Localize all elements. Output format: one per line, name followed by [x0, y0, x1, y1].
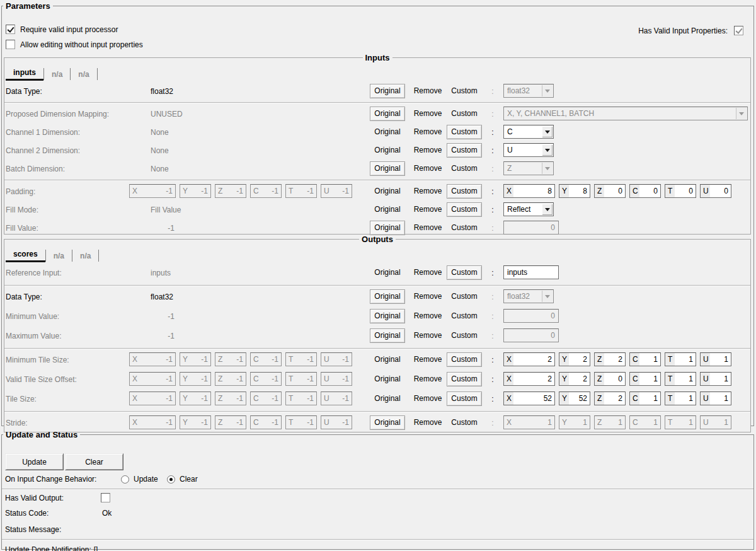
batch-dimension-original-toggle[interactable]: Original — [370, 161, 405, 176]
fill-mode-remove-toggle[interactable]: Remove — [410, 202, 445, 217]
fill-value-original-toggle[interactable]: Original — [370, 221, 405, 235]
padding-original-toggle[interactable]: Original — [370, 184, 405, 199]
output-data-type-custom-toggle[interactable]: Custom — [447, 289, 482, 304]
minimum-tile-size-custom-toggle[interactable]: Custom — [447, 352, 482, 367]
update-done-value: [] — [94, 545, 98, 551]
tile-size-dim-z[interactable]: Z2 — [594, 392, 626, 405]
valid-tile-size-offset-remove-toggle[interactable]: Remove — [410, 372, 445, 386]
channel-2-dimension-custom-toggle[interactable]: Custom — [447, 143, 482, 158]
tab-inputs[interactable]: inputs — [6, 66, 43, 81]
padding-dim-u[interactable]: U0 — [700, 184, 731, 198]
stride-remove-toggle[interactable]: Remove — [410, 415, 445, 430]
valid-tile-size-offset-dim-t[interactable]: T1 — [665, 372, 696, 386]
padding-custom-toggle[interactable]: Custom — [447, 184, 482, 199]
data-type-remove-toggle[interactable]: Remove — [410, 84, 445, 98]
fill-value-custom-toggle[interactable]: Custom — [447, 221, 482, 235]
padding-dim-x[interactable]: X8 — [503, 184, 555, 198]
channel-2-dimension-remove-toggle[interactable]: Remove — [410, 143, 445, 158]
reference-input-field[interactable]: inputs — [503, 265, 559, 279]
channel-2-dimension-original-toggle[interactable]: Original — [370, 143, 405, 158]
minimum-tile-size-dim-y[interactable]: Y2 — [559, 352, 590, 366]
proposed-dimension-mapping-original-toggle[interactable]: Original — [370, 107, 405, 121]
valid-tile-size-offset-dim-c[interactable]: C1 — [629, 372, 661, 386]
tile-size-original-toggle[interactable]: Original — [370, 392, 405, 406]
tile-size-action-toggles: OriginalRemoveCustom — [370, 392, 482, 406]
valid-tile-size-offset-dim-y[interactable]: Y2 — [559, 372, 590, 386]
batch-dimension-remove-toggle[interactable]: Remove — [410, 161, 445, 176]
minimum-tile-size-original-toggle[interactable]: Original — [370, 352, 405, 367]
reference-input-current-value: inputs — [151, 269, 171, 277]
padding-dim-c[interactable]: C0 — [629, 184, 661, 198]
radio-clear[interactable] — [167, 475, 175, 484]
minimum-tile-size-dim-c[interactable]: C1 — [629, 352, 661, 366]
fill-value-remove-toggle[interactable]: Remove — [410, 221, 445, 235]
maximum-value-original-toggle[interactable]: Original — [370, 328, 405, 343]
allow-editing-checkbox[interactable] — [6, 40, 15, 49]
tab-na-2[interactable]: n/a — [72, 249, 98, 262]
dim-value: 2 — [583, 355, 587, 364]
tile-size-dim-c[interactable]: C1 — [629, 392, 661, 405]
valid-tile-size-offset-current-dim-t: T-1 — [285, 372, 317, 386]
minimum-tile-size-dim-x[interactable]: X2 — [503, 352, 555, 366]
tab-na-1[interactable]: n/a — [44, 67, 70, 81]
maximum-value-remove-toggle[interactable]: Remove — [410, 328, 445, 343]
dropdown-value: float32 — [504, 290, 541, 303]
require-valid-checkbox[interactable] — [6, 25, 15, 34]
dim-letter: U — [324, 355, 329, 364]
minimum-tile-size-dim-u[interactable]: U1 — [700, 352, 731, 366]
proposed-dimension-mapping-custom-toggle[interactable]: Custom — [447, 107, 482, 121]
minimum-value-original-toggle[interactable]: Original — [370, 309, 405, 323]
tile-size-dim-t[interactable]: T1 — [665, 392, 696, 405]
valid-tile-size-offset-current-dim-fields: X-1Y-1Z-1C-1T-1U-1 — [129, 372, 352, 386]
output-data-type-remove-toggle[interactable]: Remove — [410, 289, 445, 304]
fill-mode-original-toggle[interactable]: Original — [370, 202, 405, 217]
maximum-value-custom-toggle[interactable]: Custom — [447, 328, 482, 343]
padding-dim-t[interactable]: T0 — [665, 184, 696, 198]
padding-dim-y[interactable]: Y8 — [559, 184, 590, 198]
clear-button[interactable]: Clear — [65, 453, 123, 470]
channel-1-dimension-remove-toggle[interactable]: Remove — [410, 125, 445, 139]
fill-mode-dropdown[interactable]: Reflect — [503, 202, 554, 216]
reference-input-custom-toggle[interactable]: Custom — [447, 265, 482, 280]
tile-size-dim-x[interactable]: X52 — [503, 392, 555, 405]
padding-remove-toggle[interactable]: Remove — [410, 184, 445, 199]
radio-update[interactable] — [121, 475, 129, 484]
update-button[interactable]: Update — [5, 453, 64, 470]
tile-size-remove-toggle[interactable]: Remove — [410, 392, 445, 406]
batch-dimension-custom-toggle[interactable]: Custom — [447, 161, 482, 176]
fill-mode-custom-toggle[interactable]: Custom — [447, 202, 482, 217]
tile-size-custom-toggle[interactable]: Custom — [447, 392, 482, 406]
dim-value: 52 — [579, 394, 587, 403]
valid-tile-size-offset-original-toggle[interactable]: Original — [370, 372, 405, 386]
padding-dim-z[interactable]: Z0 — [594, 184, 626, 198]
minimum-value-label: Minimum Value: — [6, 312, 59, 321]
minimum-value-remove-toggle[interactable]: Remove — [410, 309, 445, 323]
reference-input-remove-toggle[interactable]: Remove — [410, 265, 445, 280]
valid-tile-size-offset-dim-x[interactable]: X2 — [503, 372, 555, 386]
valid-tile-size-offset-dim-u[interactable]: U1 — [700, 372, 731, 386]
tile-size-dim-u[interactable]: U1 — [700, 392, 731, 405]
channel-2-dimension-dropdown[interactable]: U — [503, 143, 554, 157]
has-valid-output-label: Has Valid Output: — [5, 494, 64, 502]
data-type-custom-toggle[interactable]: Custom — [447, 84, 482, 98]
proposed-dimension-mapping-remove-toggle[interactable]: Remove — [410, 107, 445, 121]
stride-original-toggle[interactable]: Original — [370, 415, 405, 430]
tab-na-2[interactable]: n/a — [71, 67, 96, 81]
data-type-dropdown: float32 — [503, 84, 554, 98]
valid-tile-size-offset-custom-toggle[interactable]: Custom — [447, 372, 482, 386]
minimum-tile-size-remove-toggle[interactable]: Remove — [410, 352, 445, 367]
data-type-original-toggle[interactable]: Original — [370, 84, 405, 98]
minimum-value-custom-toggle[interactable]: Custom — [447, 309, 482, 323]
tile-size-dim-y[interactable]: Y52 — [559, 392, 590, 405]
tab-na-1[interactable]: n/a — [46, 249, 72, 262]
channel-1-dimension-original-toggle[interactable]: Original — [370, 125, 405, 139]
minimum-tile-size-dim-t[interactable]: T1 — [665, 352, 696, 366]
minimum-tile-size-dim-z[interactable]: Z2 — [594, 352, 626, 366]
valid-tile-size-offset-dim-z[interactable]: Z0 — [594, 372, 626, 386]
stride-custom-toggle[interactable]: Custom — [447, 415, 482, 430]
reference-input-original-toggle[interactable]: Original — [370, 265, 405, 280]
channel-1-dimension-dropdown[interactable]: C — [503, 125, 554, 139]
tab-scores[interactable]: scores — [6, 247, 45, 262]
output-data-type-original-toggle[interactable]: Original — [370, 289, 405, 304]
channel-1-dimension-custom-toggle[interactable]: Custom — [447, 125, 482, 139]
